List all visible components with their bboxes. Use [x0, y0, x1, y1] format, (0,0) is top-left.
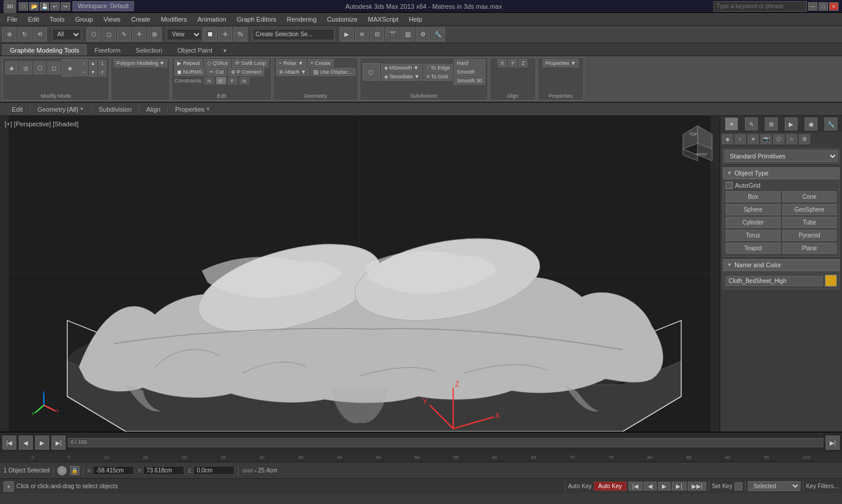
timeline-back-btn[interactable]: ◀ [19, 436, 33, 450]
menu-group[interactable]: Group [70, 15, 98, 24]
tb-lasso[interactable]: ◻ [102, 27, 116, 42]
tb-snap2[interactable]: ✛ [218, 27, 232, 42]
object-type-header[interactable]: ▼ Object Type [723, 167, 840, 179]
bb-prev-frame[interactable]: |◀ [629, 482, 643, 491]
viewcube[interactable]: TOP FRONT [677, 123, 712, 158]
bb-play[interactable]: ▶ [658, 482, 671, 491]
rp-tab-create[interactable]: ✦ [725, 118, 738, 130]
y-value[interactable]: 73.618cm [143, 466, 184, 475]
subdiv-msmooth-btn[interactable]: ◈ MSmooth ▼ [381, 64, 423, 72]
tab-graphite[interactable]: Graphite Modeling Tools [2, 44, 87, 56]
rp-tab-utilities[interactable]: 🔧 [824, 118, 837, 130]
name-color-header[interactable]: ▼ Name and Color [723, 259, 840, 271]
timeline-bar-container[interactable]: 0 / 100 [68, 438, 823, 447]
menu-views[interactable]: Views [99, 15, 125, 24]
menu-modifiers[interactable]: Modifiers [156, 15, 192, 24]
subdiv-tessellate-btn[interactable]: ◈ Tessellate ▼ [381, 73, 423, 81]
tb-render2[interactable]: ▨ [401, 27, 415, 42]
rp-sub-spacewarps[interactable]: ≈ [786, 134, 798, 144]
obj-btn-teapot[interactable]: Teapot [726, 243, 781, 254]
modify-icon-1[interactable]: ◈ [5, 61, 18, 74]
bb-next-frame[interactable]: ▶▶| [688, 482, 707, 491]
properties-dropdown-btn[interactable]: Properties ▼ [543, 59, 579, 67]
constraint-edge[interactable]: E [216, 77, 226, 85]
subdiv-smooth30-btn[interactable]: Smooth 30 [454, 77, 485, 85]
constraint-face[interactable]: F [227, 77, 238, 85]
subdiv-to-grid-btn[interactable]: ≡ To Grid [423, 73, 453, 81]
tb-crosshair[interactable]: ✛ [132, 27, 146, 42]
filter-dropdown[interactable]: All [52, 29, 81, 40]
menu-graph-editors[interactable]: Graph Editors [232, 15, 281, 24]
modify-icon-2[interactable]: ◎ [19, 61, 32, 74]
tab-object-paint[interactable]: Object Paint [170, 44, 220, 56]
modify-tiny-4[interactable]: 2 [98, 68, 106, 77]
subdiv-hard-btn[interactable]: Hard [454, 59, 485, 67]
modify-icon-4[interactable]: ◻ [47, 61, 60, 74]
obj-btn-cylinder[interactable]: Cylinder [726, 217, 781, 228]
tb-paint[interactable]: ✎ [117, 27, 131, 42]
menu-create[interactable]: Create [126, 15, 155, 24]
geom-create-btn[interactable]: + Create [308, 59, 334, 67]
edit-nurms-btn[interactable]: ◼ NURMS [174, 68, 205, 76]
undo-btn[interactable]: ↩ [50, 2, 60, 11]
obj-btn-torus[interactable]: Torus [726, 230, 781, 241]
new-btn[interactable]: □ [19, 2, 28, 11]
rp-tab-hierarchy[interactable]: ⊞ [765, 118, 778, 130]
tb-render[interactable]: 🎬 [385, 27, 399, 42]
z-value[interactable]: 0.0cm [194, 466, 234, 475]
timeline-prev-btn[interactable]: |◀ [2, 436, 16, 450]
obj-btn-geosphere[interactable]: GeoSphere [782, 204, 837, 215]
bb-prev[interactable]: ◀ [644, 482, 657, 491]
menu-maxscript[interactable]: MAXScript [363, 15, 403, 24]
lock-icon[interactable]: 🔒 [70, 466, 80, 475]
menu-animation[interactable]: Animation [193, 15, 231, 24]
sub-geometry-dropdown[interactable]: Geometry (All) ▼ [37, 106, 84, 113]
autogrid-checkbox[interactable] [726, 182, 733, 189]
menu-customize[interactable]: Customize [322, 15, 362, 24]
rp-sub-geometry[interactable]: ◈ [722, 134, 733, 144]
workspace-label[interactable]: Workspace: Default [73, 1, 134, 11]
geom-displace-btn[interactable]: ▨ Use Displac... [310, 68, 356, 76]
tb-track[interactable]: ▶ [340, 27, 354, 42]
rp-sub-helpers[interactable]: ⬡ [773, 134, 785, 144]
search-input[interactable] [713, 1, 807, 12]
obj-btn-sphere[interactable]: Sphere [726, 204, 781, 215]
edit-pconnect-btn[interactable]: ⊕ P Connect [228, 68, 264, 76]
obj-btn-tube[interactable]: Tube [782, 217, 837, 228]
save-btn[interactable]: 💾 [40, 2, 49, 11]
polygon-modeling-dropdown[interactable]: Polygon Modeling ▼ [113, 59, 167, 67]
tb-rotate[interactable]: ↻ [18, 27, 32, 42]
menu-file[interactable]: File [2, 15, 22, 24]
ribbon-more-arrow[interactable]: ▼ [220, 46, 230, 56]
setkey-icon[interactable] [734, 482, 743, 491]
rp-tab-motion[interactable]: ▶ [785, 118, 798, 130]
timeline-play-btn[interactable]: ▶ [35, 436, 49, 450]
add-time-tag-btn[interactable]: + [4, 481, 14, 492]
selected-dropdown[interactable]: Selected [748, 481, 800, 491]
minimize-button[interactable]: — [808, 2, 817, 11]
obj-btn-cone[interactable]: Cone [782, 191, 837, 202]
menu-tools[interactable]: Tools [45, 15, 70, 24]
tab-selection[interactable]: Selection [128, 44, 170, 56]
std-primitives-dropdown[interactable]: Standard Primitives Extended Primitives … [724, 150, 838, 162]
align-y-btn[interactable]: Y [508, 59, 517, 67]
autokey-btn[interactable]: Auto Key [594, 482, 626, 491]
tb-layer[interactable]: ⊟ [370, 27, 384, 42]
bb-next[interactable]: ▶| [672, 482, 686, 491]
rp-tab-display[interactable]: ◉ [805, 118, 817, 130]
menu-rendering[interactable]: Rendering [282, 15, 322, 24]
tb-snap[interactable]: 🔲 [203, 27, 217, 42]
menu-help[interactable]: Help [404, 15, 427, 24]
subdiv-smooth-btn[interactable]: Smooth [454, 68, 485, 76]
tb-curve[interactable]: ≋ [355, 27, 369, 42]
edit-cut-btn[interactable]: ✂ Cut [206, 68, 227, 76]
modify-tiny-3[interactable]: 1 [98, 60, 106, 68]
rp-sub-cameras[interactable]: 📷 [760, 134, 772, 144]
maximize-button[interactable]: □ [819, 2, 828, 11]
align-x-btn[interactable]: X [498, 59, 507, 67]
tb-settings[interactable]: ⚙ [416, 27, 430, 42]
x-value[interactable]: -58.415cm [93, 466, 134, 475]
object-name-input[interactable] [726, 276, 823, 286]
color-swatch[interactable] [825, 275, 837, 286]
tab-freeform[interactable]: Freeform [87, 44, 128, 56]
